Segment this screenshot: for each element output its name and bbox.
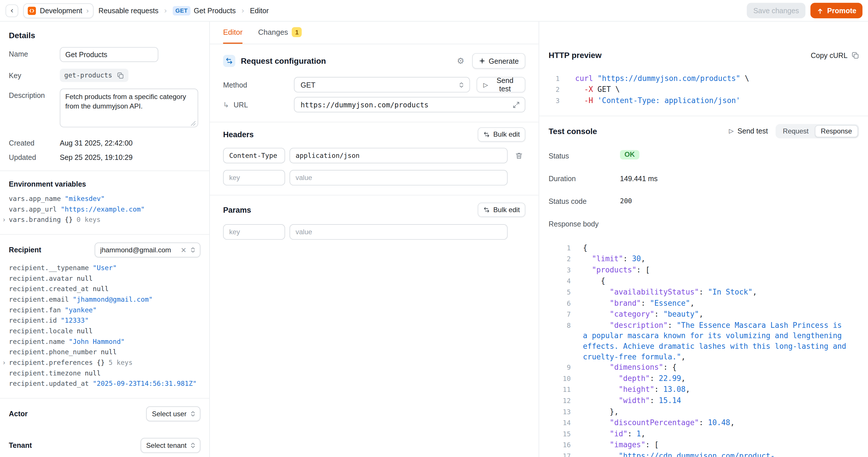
param-value-input[interactable] <box>290 224 508 240</box>
header-key-input[interactable] <box>223 148 285 163</box>
recipient-field-row: recipient.timezonenull <box>9 368 200 378</box>
key-label: Key <box>9 69 60 80</box>
header-value-input[interactable] <box>290 170 508 185</box>
tab-changes[interactable]: Changes 1 <box>258 22 302 43</box>
divider <box>210 122 539 122</box>
code-line: 3 "products": [ <box>549 265 859 276</box>
status-badge: OK <box>620 150 639 160</box>
copy-icon[interactable] <box>117 72 124 79</box>
request-configuration-header: Request configuration ⚙ Generate <box>223 53 525 69</box>
code-text: "limit": 30, <box>583 253 850 265</box>
status-row: Status OK <box>549 152 859 160</box>
status-label: Status <box>549 152 620 160</box>
back-button[interactable]: ‹ <box>5 4 18 17</box>
expand-chevron-icon[interactable]: › <box>3 358 5 368</box>
header-key-input[interactable] <box>223 170 285 185</box>
variable-key: recipient.avatar <box>9 275 73 282</box>
generate-button[interactable]: Generate <box>472 53 526 69</box>
tenant-select[interactable]: Select tenant <box>141 438 200 453</box>
copy-curl-button[interactable]: Copy cURL <box>811 51 859 59</box>
sparkle-icon <box>479 58 485 64</box>
toggle-request[interactable]: Request <box>777 125 815 137</box>
code-line: 10 "depth": 22.99, <box>549 373 859 385</box>
send-test-button[interactable]: ▷ Send test <box>476 77 525 92</box>
recipient-select[interactable]: jhammond@gmail.com × <box>95 243 200 257</box>
actor-header: Actor Select user <box>9 406 200 421</box>
recipient-field-row: recipient.name"John Hammond" <box>9 337 200 347</box>
variable-key: recipient.locale <box>9 327 73 335</box>
breadcrumb-separator-icon: › <box>241 6 245 15</box>
http-preview-header: HTTP preview Copy cURL <box>549 49 859 62</box>
line-number: 11 <box>549 384 570 395</box>
resize-handle-icon[interactable] <box>190 121 196 126</box>
url-row: ↳ URL https://dummyjson.com/products <box>223 97 525 112</box>
code-line: 4 { <box>549 276 859 287</box>
environment-name: Development <box>40 6 82 14</box>
breadcrumb-section[interactable]: Reusable requests <box>98 6 158 14</box>
code-text: "category": "beauty", <box>583 309 850 320</box>
name-input[interactable] <box>60 47 158 62</box>
duration-value: 149.441 ms <box>620 174 658 183</box>
code-text: "height": 13.08, <box>583 384 850 395</box>
key-badge: get-products <box>60 69 128 82</box>
method-select[interactable]: GET <box>294 77 470 92</box>
code-line: 16 "images": [ <box>549 439 859 451</box>
params-bulk-edit-button[interactable]: Bulk edit <box>477 203 525 217</box>
breadcrumb-request[interactable]: GET Get Products <box>173 6 236 15</box>
tenant-placeholder: Select tenant <box>146 441 187 449</box>
line-number: 1 <box>549 243 570 254</box>
updated-label: Updated <box>9 153 60 162</box>
header-row <box>223 148 525 163</box>
console-send-test-button[interactable]: ▷ Send test <box>729 127 768 135</box>
response-body-row: Response body <box>549 220 859 228</box>
variable-key: recipient.email <box>9 296 69 303</box>
recipient-title: Recipient <box>9 246 41 254</box>
url-input[interactable]: https://dummyjson.com/products <box>294 97 525 112</box>
code-line: 15 "id": 1, <box>549 429 859 440</box>
headers-bulk-edit-button[interactable]: Bulk edit <box>477 127 525 142</box>
toggle-response[interactable]: Response <box>815 125 858 137</box>
delete-header-button[interactable] <box>512 149 525 162</box>
expand-icon[interactable] <box>513 101 520 108</box>
headers-title: Headers <box>223 130 254 139</box>
status-code-row: Status code 200 <box>549 197 859 206</box>
variable-value: {} <box>97 359 105 367</box>
code-line: 7 "category": "beauty", <box>549 309 859 320</box>
code-text: { <box>583 276 850 287</box>
param-key-input[interactable] <box>223 224 285 240</box>
divider <box>0 171 209 171</box>
variable-value: "User" <box>93 264 117 272</box>
code-text: { <box>583 243 850 254</box>
tab-editor[interactable]: Editor <box>223 22 243 43</box>
env-vars-list: vars.app_name"mikesdev"vars.app_url"http… <box>9 194 200 225</box>
line-number: 3 <box>549 265 570 276</box>
line-number: 6 <box>549 298 570 309</box>
header-value-input[interactable] <box>290 148 508 163</box>
description-field-row: Description Fetch products from a specif… <box>9 89 200 127</box>
details-title: Details <box>9 31 200 40</box>
environment-switcher[interactable]: Development › <box>23 3 94 18</box>
code-line: 6 "brand": "Essence", <box>549 298 859 309</box>
actor-select[interactable]: Select user <box>146 406 200 421</box>
key-value: get-products <box>64 71 112 79</box>
promote-button[interactable]: Promote <box>811 3 863 19</box>
env-variable-row: ›vars.branding{}0 keys <box>9 215 200 225</box>
gear-icon[interactable]: ⚙ <box>457 57 464 65</box>
save-changes-button[interactable]: Save changes <box>747 3 805 19</box>
chevron-up-down-icon <box>190 247 196 253</box>
promote-arrow-icon <box>817 7 824 14</box>
code-line: 11 "height": 13.08, <box>549 384 859 395</box>
recipient-field-row: ›recipient.preferences{}5 keys <box>9 358 200 368</box>
recipient-field-row: recipient.id"12333" <box>9 315 200 326</box>
recipient-field-row: recipient.created_atnull <box>9 284 200 295</box>
clear-recipient-icon[interactable]: × <box>181 246 187 253</box>
line-number: 12 <box>549 395 570 406</box>
recipient-field-row: recipient.fan"yankee" <box>9 305 200 316</box>
code-line: 17 "https://cdn.dummyjson.com/product-im… <box>549 451 859 457</box>
curl-preview-code: 1curl "https://dummyjson.com/products" \… <box>549 73 859 106</box>
changes-count-badge: 1 <box>292 27 302 37</box>
description-textarea[interactable]: Fetch products from a specific category … <box>60 89 198 127</box>
env-variable-row: vars.app_url"https://example.com" <box>9 204 200 215</box>
breadcrumb-page: Editor <box>250 6 269 14</box>
expand-chevron-icon[interactable]: › <box>3 215 5 225</box>
